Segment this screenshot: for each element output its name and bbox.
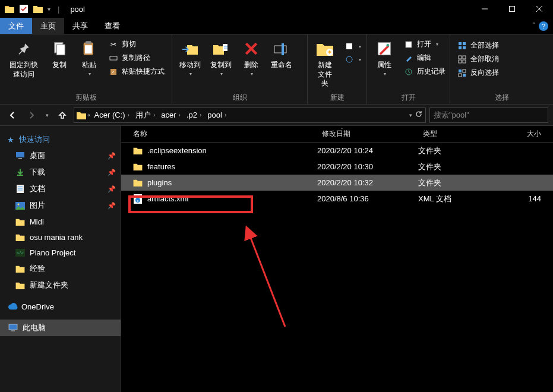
cloud-icon [8, 302, 18, 311]
breadcrumb[interactable]: .p2› [184, 110, 204, 119]
sidebar-item[interactable]: 文档📌 [0, 181, 121, 197]
tab-share[interactable]: 共享 [64, 18, 96, 34]
column-header-date[interactable]: 修改日期 [317, 129, 418, 139]
sidebar-item-label: Piano Project [30, 248, 75, 257]
sidebar-item[interactable]: 图片📌 [0, 197, 121, 214]
rename-button[interactable]: 重命名 [267, 37, 296, 71]
history-button[interactable]: 历史记录 [402, 65, 448, 78]
file-row[interactable]: .eclipseextension2020/2/20 10:24文件夹 [121, 143, 553, 159]
sidebar-item[interactable]: 下载📌 [0, 164, 121, 181]
chevron-down-icon[interactable]: ▾ [409, 112, 412, 118]
file-row[interactable]: features2020/2/20 10:30文件夹 [121, 159, 553, 175]
help-icon[interactable]: ? [539, 21, 548, 31]
cut-button[interactable]: ✂剪切 [106, 38, 167, 50]
paste-icon [80, 39, 99, 58]
svg-rect-27 [463, 56, 466, 59]
new-item-button[interactable]: ▾ [342, 40, 364, 52]
search-input[interactable]: 搜索"pool" [429, 108, 548, 123]
open-button[interactable]: 打开▾ [402, 38, 448, 50]
svg-rect-2 [510, 7, 515, 12]
paste-shortcut-button[interactable]: 粘贴快捷方式 [106, 65, 167, 78]
select-none-button[interactable]: 全部取消 [455, 53, 501, 65]
collapse-ribbon-button[interactable]: ˆ [533, 21, 535, 30]
address-bar[interactable]: « Acer (C:)› 用户› acer› .p2› pool› ▾ [74, 108, 426, 123]
qat-check-icon[interactable] [19, 4, 29, 14]
select-all-button[interactable]: 全部选择 [455, 39, 501, 52]
sidebar-onedrive[interactable]: OneDrive [0, 299, 121, 314]
window-controls [471, 0, 553, 18]
copy-icon [50, 39, 69, 58]
svg-rect-45 [11, 330, 15, 331]
select-none-icon [457, 55, 467, 64]
document-icon [15, 184, 25, 194]
tab-home[interactable]: 主页 [32, 18, 64, 34]
invert-selection-button[interactable]: 反向选择 [455, 67, 501, 79]
easy-access-button[interactable]: ▾ [342, 53, 364, 65]
qat-dropdown-icon[interactable]: ▾ [48, 6, 50, 12]
edit-button[interactable]: 编辑 [402, 52, 448, 64]
sidebar-item[interactable]: osu mania rank [0, 229, 121, 245]
file-row[interactable]: eartifacts.xml2020/8/6 10:36XML 文档144 [121, 191, 553, 207]
paste-button[interactable]: 粘贴 ▾ [75, 37, 103, 79]
sidebar-item[interactable]: Midi [0, 214, 121, 229]
close-button[interactable] [526, 0, 553, 18]
refresh-button[interactable] [415, 110, 423, 120]
folder-icon [133, 178, 143, 188]
chevron-down-icon: ▾ [89, 71, 91, 77]
copy-to-button[interactable]: 复制到▾ [207, 37, 235, 79]
back-button[interactable] [5, 108, 20, 123]
file-name: .eclipseextension [147, 146, 207, 155]
ribbon-group-label: 组织 [176, 91, 304, 103]
sidebar-item-label: 经验 [30, 263, 45, 274]
ribbon-group-organize: 移动到▾ 复制到▾ 删除▾ 重命名 组织 [172, 34, 308, 104]
column-header-type[interactable]: 类型 [418, 129, 495, 139]
qat-folder-icon[interactable] [33, 4, 43, 14]
file-name: artifacts.xml [147, 194, 188, 203]
svg-rect-20 [406, 42, 412, 48]
rename-icon [272, 39, 291, 58]
sidebar-item[interactable]: 新建文件夹 [0, 277, 121, 293]
minimize-button[interactable] [471, 0, 498, 18]
folder-icon [5, 4, 14, 14]
svg-rect-24 [459, 46, 462, 49]
open-icon [404, 40, 413, 49]
forward-button[interactable] [24, 108, 39, 123]
sidebar-item[interactable]: 经验 [0, 260, 121, 277]
move-to-button[interactable]: 移动到▾ [176, 37, 204, 79]
file-date: 2020/2/20 10:32 [317, 178, 418, 187]
maximize-button[interactable] [498, 0, 526, 18]
properties-button[interactable]: 属性▾ [371, 37, 398, 79]
tab-view[interactable]: 查看 [96, 18, 128, 34]
breadcrumb[interactable]: 用户› [133, 110, 157, 121]
recent-dropdown-button[interactable]: ▾ [43, 108, 51, 123]
file-name: features [147, 162, 175, 171]
tab-file[interactable]: 文件 [0, 18, 32, 34]
sidebar: ★ 快速访问 桌面📌下载📌文档📌图片📌Midiosu mania rank</>… [0, 126, 121, 392]
desktop-icon [15, 151, 25, 160]
breadcrumb[interactable]: acer› [159, 110, 183, 119]
new-folder-button[interactable]: ✦ 新建文件夹 [311, 37, 339, 91]
chevron-left-icon[interactable]: « [87, 112, 91, 118]
file-list: ˆ 名称 修改日期 类型 大小 .eclipseextension2020/2/… [121, 126, 553, 392]
sidebar-item[interactable]: 桌面📌 [0, 147, 121, 164]
invert-icon [457, 68, 467, 78]
sidebar-thispc[interactable]: 此电脑 [0, 320, 121, 336]
ribbon-group-new: ✦ 新建文件夹 ▾ ▾ 新建 [308, 34, 367, 104]
pin-icon: 📌 [108, 152, 116, 160]
pin-to-quickaccess-button[interactable]: 固定到快速访问 [4, 37, 43, 81]
sidebar-quickaccess[interactable]: ★ 快速访问 [0, 132, 121, 147]
delete-button[interactable]: 删除▾ [238, 37, 265, 79]
copy-path-button[interactable]: 复制路径 [106, 52, 167, 64]
sidebar-item[interactable]: </>Piano Project [0, 245, 121, 260]
copy-button[interactable]: 复制 [46, 37, 73, 71]
ribbon: 固定到快速访问 复制 粘贴 ▾ ✂剪切 复制路径 粘贴快捷方式 剪贴板 移 [0, 34, 553, 105]
column-header-name[interactable]: 名称 [121, 129, 317, 139]
svg-rect-32 [463, 69, 466, 72]
breadcrumb[interactable]: Acer (C:)› [92, 110, 132, 119]
column-header-size[interactable]: 大小 [495, 129, 553, 139]
breadcrumb[interactable]: pool› [205, 110, 229, 119]
svg-rect-25 [463, 46, 466, 49]
up-button[interactable] [55, 108, 70, 123]
file-name: plugins [147, 178, 172, 187]
file-row[interactable]: plugins2020/2/20 10:32文件夹 [121, 175, 553, 191]
